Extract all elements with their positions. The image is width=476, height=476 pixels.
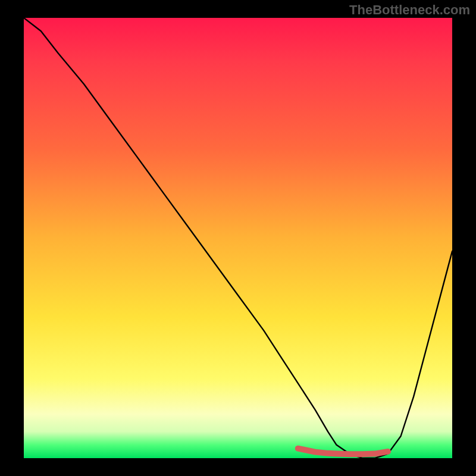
curve-svg [24, 18, 452, 458]
chart-frame: TheBottleneck.com [0, 0, 476, 476]
main-curve-line [24, 18, 452, 458]
watermark-text: TheBottleneck.com [349, 2, 470, 18]
plot-area [24, 18, 452, 458]
